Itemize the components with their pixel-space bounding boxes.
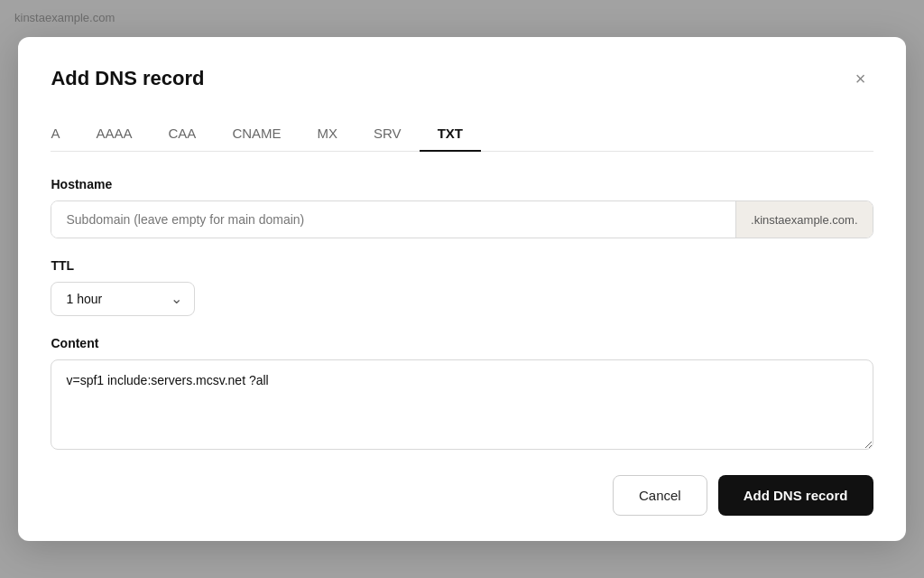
ttl-label: TTL <box>51 258 873 273</box>
tab-srv[interactable]: SRV <box>356 117 420 152</box>
tab-caa[interactable]: CAA <box>151 117 215 152</box>
ttl-select-wrapper: 30 minutes 1 hour 2 hours 4 hours 8 hour… <box>51 282 195 316</box>
hostname-label: Hostname <box>51 177 873 191</box>
ttl-select[interactable]: 30 minutes 1 hour 2 hours 4 hours 8 hour… <box>51 282 195 316</box>
tab-cname[interactable]: CNAME <box>214 117 299 152</box>
modal-header: Add DNS record × <box>51 66 873 91</box>
hostname-suffix: .kinstaexample.com. <box>735 201 873 238</box>
hostname-input-wrapper: .kinstaexample.com. <box>51 200 873 238</box>
tab-a[interactable]: A <box>51 117 78 152</box>
tab-aaaa[interactable]: AAAA <box>79 117 151 152</box>
content-label: Content <box>51 336 873 350</box>
modal: Add DNS record × A AAAA CAA CNAME MX SRV… <box>18 37 905 541</box>
hostname-field-group: Hostname .kinstaexample.com. <box>51 177 873 238</box>
content-field-group: Content v=spf1 include:servers.mcsv.net … <box>51 336 873 453</box>
hostname-input[interactable] <box>51 201 735 238</box>
tab-txt[interactable]: TXT <box>420 117 481 152</box>
modal-title: Add DNS record <box>51 67 204 90</box>
tabs-container: A AAAA CAA CNAME MX SRV TXT <box>51 117 873 152</box>
close-button[interactable]: × <box>848 66 873 91</box>
tab-mx[interactable]: MX <box>300 117 356 152</box>
modal-overlay: Add DNS record × A AAAA CAA CNAME MX SRV… <box>0 0 924 578</box>
content-textarea[interactable]: v=spf1 include:servers.mcsv.net ?all <box>51 359 873 450</box>
add-dns-record-button[interactable]: Add DNS record <box>718 475 873 516</box>
modal-footer: Cancel Add DNS record <box>51 475 873 516</box>
ttl-field-group: TTL 30 minutes 1 hour 2 hours 4 hours 8 … <box>51 258 873 316</box>
cancel-button[interactable]: Cancel <box>613 475 707 516</box>
